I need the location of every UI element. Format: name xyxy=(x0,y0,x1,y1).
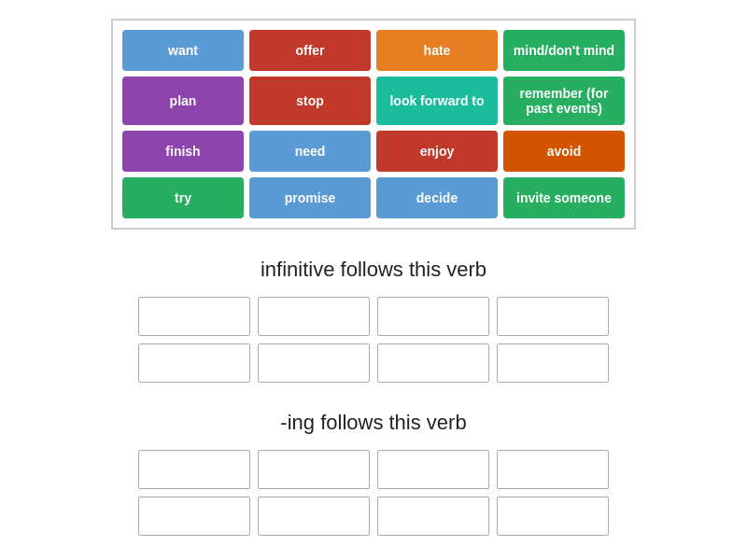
word-tile[interactable]: want xyxy=(122,30,244,71)
section-title: -ing follows this verb xyxy=(138,411,609,435)
word-tile[interactable]: hate xyxy=(376,30,498,71)
word-tile[interactable]: mind/don't mind xyxy=(503,30,625,71)
word-bank: wantofferhatemind/don't mindplanstoplook… xyxy=(111,19,636,230)
word-tile[interactable]: need xyxy=(249,131,371,172)
drop-zone[interactable] xyxy=(377,497,489,536)
word-tile[interactable]: avoid xyxy=(503,131,625,172)
section-title: infinitive follows this verb xyxy=(138,258,609,282)
drop-zone[interactable] xyxy=(138,450,250,489)
drop-zone[interactable] xyxy=(377,450,489,489)
word-tile[interactable]: plan xyxy=(122,77,244,125)
word-tile[interactable]: stop xyxy=(249,77,371,125)
word-tile[interactable]: promise xyxy=(249,177,371,218)
drop-zone[interactable] xyxy=(377,343,489,383)
drop-zone[interactable] xyxy=(497,297,609,336)
word-tile[interactable]: decide xyxy=(376,177,498,218)
sections-container: infinitive follows this verb-ing follows… xyxy=(138,258,609,560)
drop-zone-grid xyxy=(138,297,609,383)
drop-zone[interactable] xyxy=(138,497,250,536)
drop-zone[interactable] xyxy=(497,343,609,383)
drop-zone[interactable] xyxy=(377,297,489,336)
drop-zone[interactable] xyxy=(138,297,250,336)
drop-zone[interactable] xyxy=(258,450,370,489)
drop-zone[interactable] xyxy=(258,497,370,536)
drop-zone[interactable] xyxy=(258,343,370,383)
word-tile[interactable]: invite someone xyxy=(503,177,625,218)
word-tile[interactable]: try xyxy=(122,177,244,218)
word-tile[interactable]: offer xyxy=(249,30,371,71)
drop-zone[interactable] xyxy=(138,343,250,383)
drop-zone-grid xyxy=(138,450,609,536)
drop-zone[interactable] xyxy=(497,450,609,489)
drop-zone[interactable] xyxy=(258,297,370,336)
word-tile[interactable]: enjoy xyxy=(376,131,498,172)
word-tile[interactable]: finish xyxy=(122,131,244,172)
word-tile[interactable]: look forward to xyxy=(376,77,498,125)
word-tile[interactable]: remember (for past events) xyxy=(503,77,625,125)
drop-zone[interactable] xyxy=(497,497,609,536)
